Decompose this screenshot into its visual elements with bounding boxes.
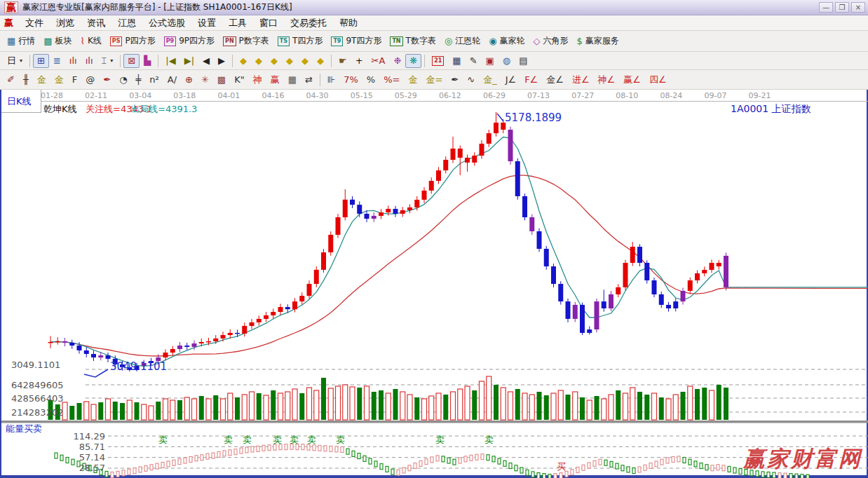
winner-wheel-button[interactable]: ◉赢家轮 [484, 33, 529, 49]
quotes-button[interactable]: ▦行情 [3, 33, 39, 49]
minimize-button[interactable]: — [819, 2, 833, 13]
n-square-button[interactable]: n² [145, 73, 163, 87]
angle-gold-button[interactable]: 金∠ [542, 73, 568, 87]
print-button[interactable]: ▤ [515, 54, 531, 68]
fractal-purple-icon: ❉ [393, 56, 401, 66]
gann-web-button[interactable]: ✳ [197, 73, 213, 87]
period-day-button[interactable]: 日▾ [3, 54, 27, 68]
f-lines-button[interactable]: F [68, 73, 81, 87]
pattern-window-button[interactable]: ⊞ [33, 54, 49, 68]
calendar-button[interactable]: 21 [428, 54, 448, 68]
web-sync-button[interactable]: ◍ [499, 54, 515, 68]
percent-button[interactable]: % [362, 73, 379, 87]
save-button[interactable]: ▣ [482, 54, 499, 68]
gold-level-button[interactable]: 金= [421, 73, 447, 87]
wave-fit-button[interactable]: ∿ [463, 73, 479, 87]
ying-tool-button[interactable]: 赢 [266, 73, 284, 87]
pen-button[interactable]: ✐ [3, 73, 19, 87]
next-bar-button[interactable]: ▶ [214, 54, 229, 68]
time-cycle-button[interactable]: ◔ [115, 73, 131, 87]
diamond-center-button[interactable]: ◆ [313, 54, 328, 68]
date-tick: 07-13 [523, 91, 554, 100]
a-channel-button[interactable]: A/ [163, 73, 181, 87]
gold-under-button[interactable]: 金_ [479, 73, 501, 87]
scale-chart-icon: ⊪ [327, 75, 335, 85]
shen-tool-button[interactable]: 神 [249, 73, 266, 87]
period-day-caret-icon: ▾ [20, 57, 22, 64]
angle-si-button[interactable]: 四∠ [645, 73, 671, 87]
fractal-purple-button[interactable]: ❉ [389, 54, 405, 68]
close-button[interactable]: × [851, 2, 865, 13]
web-box-button[interactable]: ▩ [213, 73, 230, 87]
9p-square-button[interactable]: P99P四方形 [160, 33, 219, 49]
angle-f-button[interactable]: F∠ [520, 73, 542, 87]
menu-item-news[interactable]: 资讯 [81, 15, 111, 31]
angle-j-button[interactable]: J∠ [501, 73, 521, 87]
angle-jin-button[interactable]: 进∠ [568, 73, 594, 87]
menu-item-browse[interactable]: 浏览 [50, 15, 81, 31]
calculator-button[interactable]: ▦ [448, 54, 465, 68]
menu-item-gann[interactable]: 江恩 [111, 15, 142, 31]
gold-circle-button[interactable]: 金 [404, 73, 421, 87]
k-quote-button[interactable]: K" [230, 73, 249, 87]
p-number-table-button[interactable]: PNP数字表 [219, 33, 273, 49]
notes-button[interactable]: ✎ [466, 54, 482, 68]
zone-select-button[interactable]: ⊠ [123, 54, 140, 68]
p-square-button[interactable]: PSP四方形 [106, 33, 160, 49]
gold-grid-1-button[interactable]: 金 [33, 73, 50, 87]
menu-item-tools[interactable]: 工具 [222, 15, 253, 31]
gann-compass-button[interactable]: ⊕ [181, 73, 197, 87]
menu-item-file[interactable]: 文件 [19, 15, 50, 31]
candle-style-button[interactable]: ⌶▾ [97, 54, 118, 68]
measure-tool-button[interactable]: ✂A [367, 54, 390, 68]
sectors-button[interactable]: ▩板块 [39, 33, 76, 49]
first-bar-button[interactable]: |◀ [161, 54, 179, 68]
grid-lines-button[interactable]: ╫ [19, 73, 33, 87]
diamond-right-button[interactable]: ◆ [251, 54, 266, 68]
kline-chart[interactable]: 卖卖卖卖卖卖卖卖卖买 [1, 90, 868, 478]
last-bar-button[interactable]: ▶| [180, 54, 198, 68]
gold-grid-2-button[interactable]: 金 [50, 73, 68, 87]
ink-brush-button[interactable]: ✒ [447, 73, 463, 87]
menu-item-window[interactable]: 窗口 [253, 15, 284, 31]
percent-lines-button[interactable]: %= [379, 73, 404, 87]
prev-bar-button[interactable]: ◀ [198, 54, 214, 68]
diamond-expand-button[interactable]: ◆ [266, 54, 282, 68]
maximize-button[interactable]: ❐ [835, 2, 849, 13]
brush-button[interactable]: ✒ [99, 73, 115, 87]
angle-shen-button[interactable]: 神∠ [594, 73, 620, 87]
color-histogram-button[interactable]: ▙ [140, 54, 155, 68]
window-controls: —❐× [819, 2, 865, 13]
gann-wheel-button[interactable]: ◎江恩轮 [440, 33, 484, 49]
menu-item-trade-entrust[interactable]: 交易委托 [284, 15, 333, 31]
scale-chart-button[interactable]: ⊪ [323, 73, 339, 87]
t-number-table-button[interactable]: TNT数字表 [386, 33, 440, 49]
wave-9-button[interactable]: ılı [81, 54, 97, 68]
menu-item-help[interactable]: 帮助 [333, 15, 364, 31]
winner-wheel-label: 赢家轮 [500, 35, 525, 47]
span-arrows-button[interactable]: ⇄ [301, 73, 317, 87]
info-card-button[interactable]: ≣ [49, 54, 65, 68]
diamond-left-button[interactable]: ◆ [236, 54, 251, 68]
app-logo-icon: 赢 [4, 1, 18, 13]
diamond-fit-button[interactable]: ◆ [297, 54, 313, 68]
menu-item-formula-stock-pick[interactable]: 公式选股 [142, 15, 191, 31]
crosshair-tool-button[interactable]: + [351, 54, 367, 68]
hexagon-button[interactable]: ◇六角形 [529, 33, 573, 49]
hand-tool-button[interactable]: ☛ [334, 54, 351, 68]
grid-123-button[interactable]: ▦ [284, 73, 301, 87]
fractal-teal-button[interactable]: ❋ [405, 54, 421, 68]
winner-services-button[interactable]: $赢家服务 [573, 33, 623, 49]
spiral-button[interactable]: @ [81, 73, 99, 87]
angle-ying-button[interactable]: 赢∠ [619, 73, 645, 87]
t-square-button[interactable]: TST四方形 [273, 33, 327, 49]
diamond-compress-button[interactable]: ◆ [282, 54, 297, 68]
menu-item-settings[interactable]: 设置 [191, 15, 222, 31]
kline-button[interactable]: ⌇K线 [76, 33, 106, 49]
9t-square-button[interactable]: T99T四方形 [327, 33, 386, 49]
seven-percent-button[interactable]: 7% [339, 73, 362, 87]
peak-price-annotation: 5178.1899 [505, 111, 562, 124]
date-tick: 08-10 [611, 91, 642, 100]
wave-3-button[interactable]: ılı [65, 54, 81, 68]
hash-lines-button[interactable]: ╪ [131, 73, 145, 87]
